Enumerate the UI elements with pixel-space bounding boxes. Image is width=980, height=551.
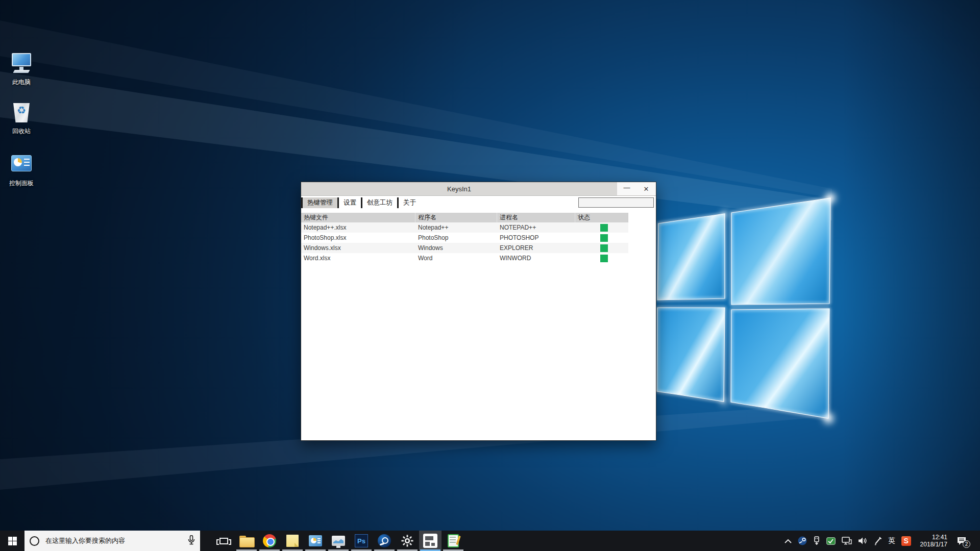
file-explorer-icon <box>239 536 254 546</box>
table-row[interactable]: Notepad++.xlsx Notepad++ NOTEPAD++ <box>301 222 628 233</box>
column-header-program[interactable]: 程序名 <box>415 213 497 222</box>
control-panel-icon <box>10 152 33 176</box>
keysin1-icon <box>423 534 437 548</box>
tray-network-icon[interactable] <box>842 537 852 545</box>
search-placeholder: 在这里输入你要搜索的内容 <box>45 536 125 545</box>
cortana-icon <box>30 536 39 546</box>
window-tabbar: 热键管理 设置 创意工坊 关于 <box>301 196 656 210</box>
steam-icon <box>378 534 391 547</box>
desktop-icon-recycle-bin[interactable]: ♻ 回收站 <box>0 100 43 136</box>
hotkey-search-input[interactable] <box>578 197 654 208</box>
column-header-status[interactable]: 状态 <box>575 213 628 222</box>
desktop-icon-control-panel[interactable]: 控制面板 <box>0 152 43 188</box>
steam-button[interactable] <box>373 531 396 551</box>
tray-steam-icon[interactable] <box>798 536 807 545</box>
status-indicator <box>600 224 608 232</box>
system-tray: 英 S 12:41 2018/1/17 2 <box>785 531 980 551</box>
window-controls: — ✕ <box>617 182 656 195</box>
close-button[interactable]: ✕ <box>636 182 656 195</box>
tray-pen-icon[interactable] <box>874 537 882 545</box>
settings-button[interactable] <box>396 531 419 551</box>
taskbar-clock[interactable]: 12:41 2018/1/17 <box>917 534 950 548</box>
tab-settings[interactable]: 设置 <box>337 197 361 208</box>
desktop-icon-label: 回收站 <box>0 127 43 136</box>
clock-time: 12:41 <box>920 534 947 541</box>
tab-workshop[interactable]: 创意工坊 <box>361 197 397 208</box>
task-view-button[interactable] <box>212 531 235 551</box>
table-row[interactable]: Word.xlsx Word WINWORD <box>301 253 628 263</box>
window-titlebar[interactable]: KeysIn1 — ✕ <box>301 182 656 196</box>
column-header-file[interactable]: 热键文件 <box>301 213 415 222</box>
notification-badge: 2 <box>963 540 970 548</box>
tray-security-check-icon[interactable] <box>826 537 836 545</box>
tray-ime-language[interactable]: 英 <box>888 536 895 545</box>
control-panel-button[interactable] <box>304 531 327 551</box>
recycle-bin-icon: ♻ <box>10 100 33 123</box>
table-row[interactable]: PhotoShop.xlsx PhotoShop PHOTOSHOP <box>301 233 628 243</box>
tab-hotkey-manage[interactable]: 热键管理 <box>301 197 337 208</box>
task-view-icon <box>219 538 228 544</box>
windows-logo-icon <box>8 537 17 545</box>
photoshop-button[interactable]: Ps <box>350 531 373 551</box>
tray-sogou-icon[interactable]: S <box>901 536 911 546</box>
clock-date: 2018/1/17 <box>920 541 947 548</box>
control-panel-icon <box>309 535 322 546</box>
this-pc-icon <box>10 51 33 74</box>
green-notepad-button[interactable] <box>442 531 464 551</box>
taskbar-search-box[interactable]: 在这里输入你要搜索的内容 <box>24 531 200 551</box>
status-indicator <box>600 255 608 262</box>
microphone-icon[interactable] <box>188 535 195 545</box>
table-row[interactable]: Windows.xlsx Windows EXPLORER <box>301 243 628 253</box>
action-center-button[interactable]: 2 <box>957 537 967 545</box>
status-indicator <box>600 234 608 242</box>
hotkey-table: 热键文件 程序名 进程名 状态 Notepad++.xlsx Notepad++… <box>301 213 656 263</box>
taskbar-app-icons: Ps <box>212 531 465 551</box>
desktop-icon-this-pc[interactable]: 此电脑 <box>0 51 43 87</box>
tray-volume-icon[interactable] <box>858 537 868 545</box>
window-title: KeysIn1 <box>301 185 617 193</box>
table-header: 热键文件 程序名 进程名 状态 <box>301 213 628 222</box>
tray-chevron-up-icon[interactable] <box>785 539 792 543</box>
chrome-button[interactable] <box>258 531 281 551</box>
gear-icon <box>401 535 413 547</box>
desktop: 此电脑 ♻ 回收站 控制面板 KeysIn1 — ✕ 热键管理 设置 <box>0 0 980 531</box>
start-button[interactable] <box>0 531 24 551</box>
sticky-notes-icon <box>286 535 299 547</box>
desktop-icon-label: 控制面板 <box>0 179 43 188</box>
status-indicator <box>600 244 608 252</box>
performance-monitor-icon <box>332 536 345 546</box>
keysin1-window: KeysIn1 — ✕ 热键管理 设置 创意工坊 关于 热键文件 <box>301 182 656 441</box>
taskbar: 在这里输入你要搜索的内容 Ps <box>0 531 980 551</box>
tab-about[interactable]: 关于 <box>397 197 421 208</box>
desktop-icon-label: 此电脑 <box>0 78 43 87</box>
tray-usb-icon[interactable] <box>813 536 820 545</box>
keysin1-taskbar-button[interactable] <box>419 531 442 551</box>
table-body: Notepad++.xlsx Notepad++ NOTEPAD++ Photo… <box>301 222 628 263</box>
chrome-icon <box>263 534 276 547</box>
performance-monitor-button[interactable] <box>327 531 350 551</box>
sticky-notes-button[interactable] <box>281 531 304 551</box>
green-notepad-icon <box>448 534 459 547</box>
column-header-process[interactable]: 进程名 <box>497 213 575 222</box>
file-explorer-button[interactable] <box>235 531 258 551</box>
photoshop-icon: Ps <box>355 534 368 547</box>
minimize-button[interactable]: — <box>617 182 636 195</box>
